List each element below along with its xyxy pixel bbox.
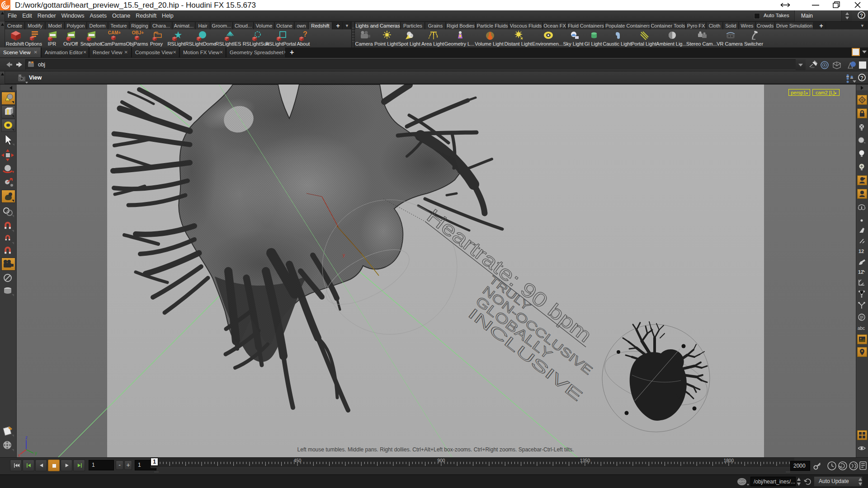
svg-text:450: 450: [294, 458, 302, 463]
svg-text:12: 12: [859, 249, 864, 254]
svg-text:1350: 1350: [580, 458, 590, 463]
svg-text:1800: 1800: [724, 458, 734, 463]
svg-text:....: ....: [786, 469, 790, 473]
svg-text:y: y: [35, 450, 37, 455]
svg-text:12: 12: [858, 269, 863, 275]
svg-text:z: z: [25, 435, 28, 440]
svg-text:900: 900: [438, 458, 445, 463]
svg-text:y: y: [343, 253, 345, 258]
svg-text:....: ....: [154, 469, 159, 473]
svg-text:abc: abc: [858, 326, 865, 331]
